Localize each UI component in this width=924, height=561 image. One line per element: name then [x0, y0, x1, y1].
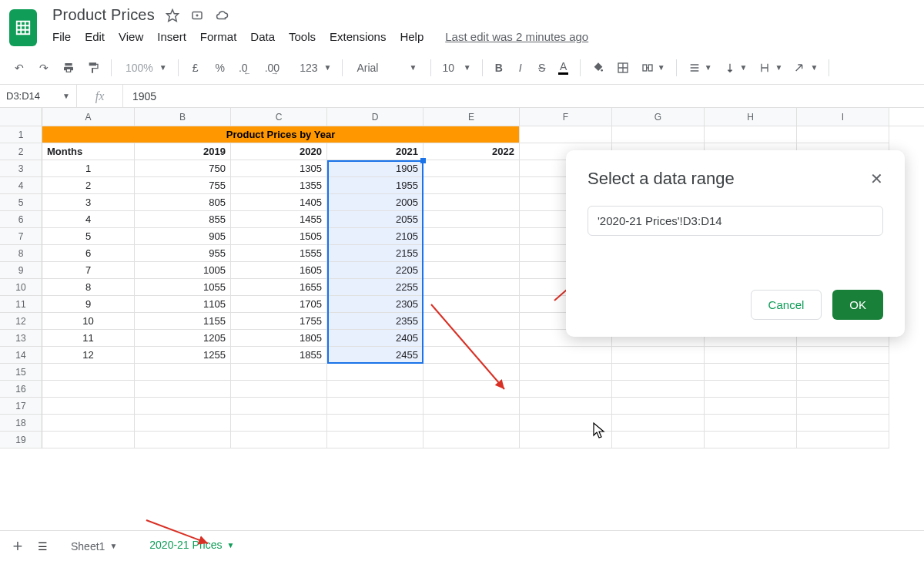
range-input[interactable]: [588, 206, 883, 236]
cell[interactable]: [797, 398, 889, 415]
cell[interactable]: 2021: [327, 143, 424, 160]
menu-file[interactable]: File: [52, 30, 71, 43]
col-header[interactable]: H: [705, 108, 797, 126]
cell[interactable]: [705, 432, 797, 448]
row-header[interactable]: 1: [0, 126, 42, 143]
col-header[interactable]: E: [424, 108, 520, 126]
menu-data[interactable]: Data: [250, 30, 275, 43]
cell[interactable]: [520, 381, 612, 398]
cell[interactable]: [424, 279, 520, 296]
cell[interactable]: [612, 432, 705, 448]
cell[interactable]: 1005: [135, 262, 231, 279]
redo-button[interactable]: ↷: [35, 58, 52, 78]
cell[interactable]: [612, 398, 705, 415]
cell[interactable]: 1255: [135, 347, 231, 364]
cell[interactable]: 1505: [231, 228, 327, 245]
cell[interactable]: [42, 432, 135, 448]
cell[interactable]: [520, 126, 612, 143]
cancel-button[interactable]: Cancel: [751, 290, 822, 320]
add-sheet-button[interactable]: +: [11, 533, 25, 559]
more-formats-button[interactable]: 123▼: [295, 59, 333, 77]
cell[interactable]: [520, 398, 612, 415]
cell[interactable]: [42, 398, 135, 415]
cell[interactable]: 2455: [327, 347, 424, 364]
cell[interactable]: [424, 228, 520, 245]
cell[interactable]: 2205: [327, 262, 424, 279]
cell[interactable]: 855: [135, 211, 231, 228]
cell[interactable]: 805: [135, 194, 231, 211]
row-header[interactable]: 16: [0, 381, 42, 398]
row-header[interactable]: 14: [0, 347, 42, 364]
decrease-decimal-button[interactable]: .0←: [237, 59, 256, 77]
zoom-dropdown[interactable]: 100%▼: [121, 59, 169, 77]
cell[interactable]: 1055: [135, 279, 231, 296]
cell[interactable]: [797, 347, 889, 364]
cell[interactable]: 1805: [231, 330, 327, 347]
menu-format[interactable]: Format: [200, 30, 237, 43]
cell[interactable]: [705, 381, 797, 398]
cell[interactable]: [327, 381, 424, 398]
cell[interactable]: 7: [42, 262, 135, 279]
cell[interactable]: 2355: [327, 313, 424, 330]
cell[interactable]: [612, 126, 705, 143]
sheet-tab-sheet1[interactable]: Sheet1▼: [60, 536, 128, 557]
strike-button[interactable]: S: [535, 59, 549, 77]
cell[interactable]: 1205: [135, 330, 231, 347]
wrap-button[interactable]: ▼: [756, 58, 784, 78]
cell[interactable]: [705, 347, 797, 364]
cell[interactable]: [612, 364, 705, 381]
rotate-button[interactable]: ▼: [792, 58, 819, 78]
cell[interactable]: [327, 398, 424, 415]
row-header[interactable]: 19: [0, 432, 42, 448]
cell[interactable]: [520, 347, 612, 364]
cell[interactable]: [520, 364, 612, 381]
cell[interactable]: [231, 364, 327, 381]
cell[interactable]: 8: [42, 279, 135, 296]
move-icon[interactable]: [190, 8, 204, 22]
cell[interactable]: [612, 347, 705, 364]
text-color-button[interactable]: A: [557, 57, 571, 78]
col-header[interactable]: F: [520, 108, 612, 126]
cell[interactable]: 1705: [231, 296, 327, 313]
menu-edit[interactable]: Edit: [85, 30, 105, 43]
cell[interactable]: 1305: [231, 160, 327, 177]
cell[interactable]: 1955: [327, 177, 424, 194]
row-header[interactable]: 3: [0, 160, 42, 177]
cell[interactable]: [424, 160, 520, 177]
merge-cells-button[interactable]: ▼: [639, 58, 667, 78]
cell[interactable]: 1405: [231, 194, 327, 211]
cell[interactable]: [424, 177, 520, 194]
cell[interactable]: 955: [135, 245, 231, 262]
cell[interactable]: 2305: [327, 296, 424, 313]
borders-button[interactable]: [614, 58, 631, 78]
cell[interactable]: 1855: [231, 347, 327, 364]
cell[interactable]: [42, 364, 135, 381]
cell[interactable]: [231, 432, 327, 448]
cell[interactable]: [520, 415, 612, 432]
ok-button[interactable]: OK: [832, 290, 883, 320]
row-header[interactable]: 4: [0, 177, 42, 194]
cell[interactable]: 1605: [231, 262, 327, 279]
cell[interactable]: 2055: [327, 211, 424, 228]
cell[interactable]: 1555: [231, 245, 327, 262]
row-header[interactable]: 7: [0, 228, 42, 245]
cell[interactable]: Months: [42, 143, 135, 160]
cell[interactable]: 11: [42, 330, 135, 347]
cell[interactable]: [424, 432, 520, 448]
cell[interactable]: 12: [42, 347, 135, 364]
col-header[interactable]: C: [231, 108, 327, 126]
row-header[interactable]: 10: [0, 279, 42, 296]
cell[interactable]: 2405: [327, 330, 424, 347]
cell[interactable]: [797, 364, 889, 381]
currency-button[interactable]: £: [188, 59, 203, 77]
cell[interactable]: [612, 415, 705, 432]
cell[interactable]: 1: [42, 160, 135, 177]
cell[interactable]: 2105: [327, 228, 424, 245]
cell[interactable]: [424, 330, 520, 347]
h-align-button[interactable]: ▼: [686, 58, 714, 78]
menu-tools[interactable]: Tools: [289, 30, 316, 43]
sheet-tab-2020-21-prices[interactable]: 2020-21 Prices▼: [139, 534, 245, 558]
cell[interactable]: 1455: [231, 211, 327, 228]
row-header[interactable]: 11: [0, 296, 42, 313]
cell[interactable]: 5: [42, 228, 135, 245]
